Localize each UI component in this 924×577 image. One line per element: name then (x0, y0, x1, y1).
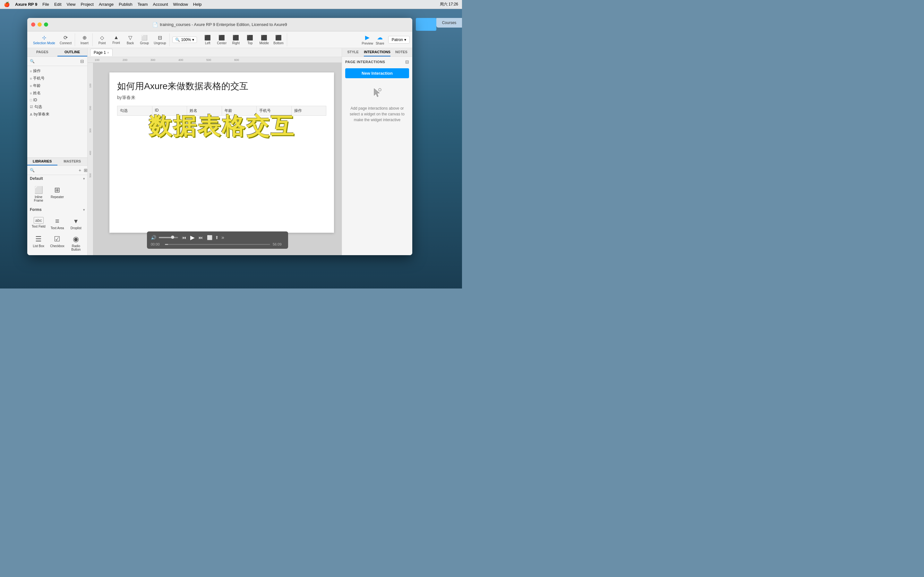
canvas-tab-page1[interactable]: Page 1 × (90, 49, 113, 56)
middle-align-button[interactable]: ⬛ Middle (257, 33, 271, 46)
outline-item-caozuo[interactable]: ≡ 操作 (27, 67, 87, 75)
courses-label: Courses (442, 21, 457, 25)
menu-window[interactable]: Window (173, 2, 188, 7)
inline-frame-label: Inline Frame (31, 195, 46, 202)
menu-publish[interactable]: Publish (119, 2, 132, 7)
menu-edit[interactable]: Edit (54, 2, 61, 7)
pages-outline-tabs: PAGES OUTLINE (27, 48, 87, 57)
tab-style[interactable]: STYLE (342, 48, 364, 56)
ungroup-button[interactable]: ⊟ Ungroup (152, 33, 168, 46)
share-label: Share (376, 42, 384, 45)
selection-mode-button[interactable]: ⊹ Selection Mode (31, 33, 57, 46)
outline-item-age[interactable]: ≡ 年龄 (27, 82, 87, 89)
outline-item-bychunchun[interactable]: A by筆春来 (27, 111, 87, 118)
outline-item-name[interactable]: ≡ 姓名 (27, 89, 87, 97)
center-align-button[interactable]: ⬛ Center (215, 33, 228, 46)
outline-item-id[interactable]: □ ID (27, 97, 87, 103)
tab-outline[interactable]: OUTLINE (57, 48, 87, 56)
tab-masters[interactable]: MASTERS (57, 158, 87, 165)
outline-item-checkbox[interactable]: ☑ 勾选 (27, 103, 87, 111)
patron-button[interactable]: Patron ▾ (388, 36, 410, 44)
menu-project[interactable]: Project (81, 2, 94, 7)
menu-help[interactable]: Help (193, 2, 202, 7)
group-button[interactable]: ⬜ Group (137, 33, 151, 46)
more-options-button[interactable]: » (221, 235, 224, 240)
text-area-label: Text Area (51, 226, 64, 230)
vruler-400: 400 (89, 133, 92, 155)
lib-add-button[interactable]: + (78, 167, 82, 173)
bottom-align-button[interactable]: ⬛ Bottom (271, 33, 286, 46)
zoom-control[interactable]: 🔍 100% ▾ (172, 37, 197, 43)
outline-item-phone[interactable]: ≡ 手机号 (27, 75, 87, 82)
minimize-button[interactable] (37, 23, 42, 27)
checkbox-label: Checkbox (50, 244, 64, 248)
apple-icon[interactable]: 🍎 (4, 2, 10, 7)
maximize-button[interactable] (44, 23, 48, 27)
lib-item-repeater[interactable]: ⊞ Repeater (48, 184, 66, 204)
lib-item-text-field[interactable]: abc Text Field (30, 215, 47, 232)
toolbar-group-insert: ⊕ Insert (76, 33, 93, 46)
rewind-button[interactable]: ⏮ (181, 234, 188, 241)
libraries-search-input[interactable] (30, 168, 78, 172)
canvas-tab-close-icon[interactable]: × (107, 51, 109, 55)
lib-item-text-area[interactable]: ≡ Text Area (48, 215, 66, 232)
right-panel: STYLE INTERACTIONS NOTES PAGE INTERACTIO… (342, 48, 412, 255)
outline-icon-name: ≡ (30, 91, 32, 95)
menu-team[interactable]: Team (137, 2, 148, 7)
tab-libraries[interactable]: LIBRARIES (27, 158, 57, 165)
play-button[interactable]: ▶ (190, 234, 195, 241)
menu-view[interactable]: View (67, 2, 76, 7)
zoom-value: 100% (181, 37, 191, 42)
new-interaction-button[interactable]: New Interaction (345, 68, 409, 78)
volume-bar[interactable] (159, 237, 178, 238)
menu-axure[interactable]: Axure RP 9 (15, 2, 37, 7)
left-align-button[interactable]: ⬛ Left (201, 33, 214, 46)
front-button[interactable]: ▲ Front (110, 33, 123, 46)
tab-pages[interactable]: PAGES (27, 48, 57, 56)
inline-frame-icon: ⬜ (34, 186, 43, 194)
window-title: 📄 training_courses - Axure RP 9 Enterpri… (152, 22, 287, 27)
insert-button[interactable]: ⊕ Insert (78, 33, 91, 46)
canvas-with-ruler: 100 200 300 400 500 如何用Axure来做数据表格的交互 by… (87, 63, 342, 255)
share-button[interactable]: ☁ Share (376, 34, 384, 45)
ungroup-icon: ⊟ (158, 35, 162, 41)
outline-search-input[interactable] (30, 59, 79, 63)
text-area-icon: ≡ (55, 217, 59, 226)
lib-item-inline-frame[interactable]: ⬜ Inline Frame (30, 184, 47, 204)
canvas-viewport[interactable]: 如何用Axure来做数据表格的交互 by筆春来 勾选 ID 姓名 年龄 手机号 … (94, 63, 342, 255)
connect-icon: ⟳ (63, 35, 68, 41)
lib-item-list-box[interactable]: ☰ List Box (30, 233, 47, 253)
point-button[interactable]: ◇ Point (95, 33, 109, 46)
share-video-button[interactable]: ⬆ (215, 235, 219, 240)
connect-button[interactable]: ⟳ Connect (58, 33, 73, 46)
top-align-button[interactable]: ⬛ Top (243, 33, 257, 46)
ruler-mark-300: 300 (150, 58, 178, 61)
vruler-100: 100 (89, 65, 92, 88)
menu-arrange[interactable]: Arrange (99, 2, 113, 7)
lib-item-radio-button[interactable]: ◉ Radio Button (67, 233, 85, 253)
menu-account[interactable]: Account (153, 2, 168, 7)
left-align-icon: ⬛ (204, 35, 211, 41)
right-align-button[interactable]: ⬛ Right (229, 33, 242, 46)
fast-forward-button[interactable]: ⏭ (197, 234, 204, 241)
tab-interactions[interactable]: INTERACTIONS (364, 48, 391, 56)
screen-button[interactable]: ⬜ (207, 235, 212, 240)
lib-category-forms[interactable]: Forms ▾ (27, 206, 87, 213)
droplist-icon: ▾ (74, 217, 78, 226)
group-icon: ⬜ (141, 35, 148, 41)
volume-icon[interactable]: 🔊 (151, 235, 156, 240)
lib-item-checkbox[interactable]: ☑ Checkbox (48, 233, 66, 253)
close-button[interactable] (31, 23, 35, 27)
outline-label-age: 年龄 (33, 83, 41, 89)
tab-notes[interactable]: NOTES (391, 48, 412, 56)
video-controls: 🔊 ⏮ ▶ ⏭ ⬜ ⬆ » (151, 234, 284, 241)
lib-item-droplist[interactable]: ▾ Droplist (67, 215, 85, 232)
list-box-icon: ☰ (35, 235, 42, 243)
lib-category-default[interactable]: Default ▾ (27, 175, 87, 182)
preview-button[interactable]: ▶ Preview (362, 34, 373, 45)
page-interactions-settings-button[interactable]: ⊟ (405, 59, 409, 64)
progress-bar[interactable] (165, 244, 270, 245)
back-button[interactable]: ▽ Back (124, 33, 137, 46)
outline-action-button[interactable]: ⊟ (79, 58, 85, 64)
menu-file[interactable]: File (42, 2, 49, 7)
